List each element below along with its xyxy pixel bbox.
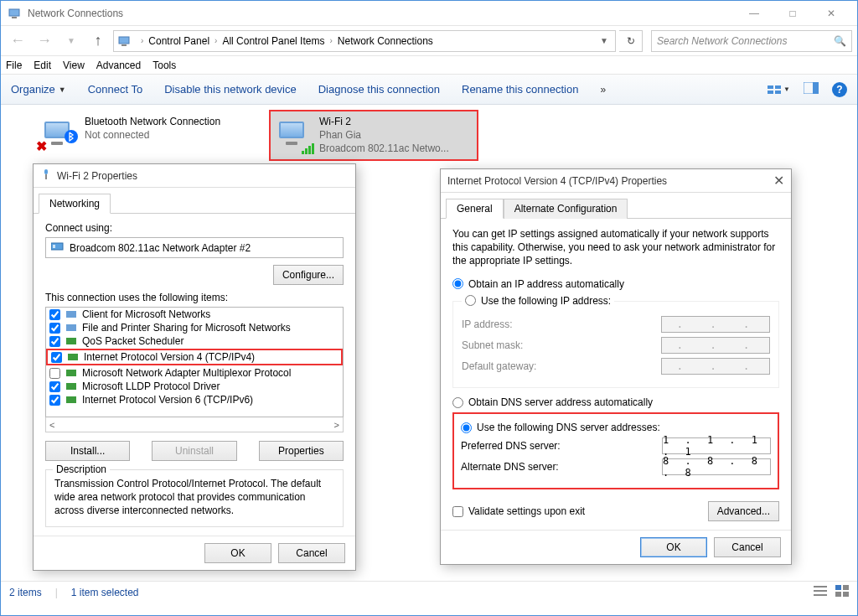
description-text: Transmission Control Protocol/Internet P… (54, 477, 334, 518)
tabstrip: General Alternate Configuration (441, 193, 791, 219)
ip-address-input: . . . (661, 316, 770, 333)
breadcrumb-item[interactable]: Network Connections (338, 35, 433, 47)
svg-rect-6 (768, 91, 773, 94)
menu-edit[interactable]: Edit (34, 60, 51, 71)
configure-button[interactable]: Configure... (273, 265, 344, 285)
description-groupbox: Description Transmission Control Protoco… (45, 469, 344, 527)
preferred-dns-label: Preferred DNS server: (461, 440, 662, 452)
alternate-dns-label: Alternate DNS server: (461, 461, 662, 473)
list-item[interactable]: QoS Packet Scheduler (46, 334, 343, 348)
tab-networking[interactable]: Networking (39, 194, 111, 214)
tab-general[interactable]: General (446, 199, 504, 219)
menu-view[interactable]: View (63, 60, 85, 71)
breadcrumb[interactable]: › Control Panel › All Control Panel Item… (113, 30, 616, 52)
close-button[interactable]: ✕ (812, 1, 850, 26)
item-checkbox[interactable] (49, 395, 60, 406)
connect-using-label: Connect using: (45, 222, 344, 234)
radio-auto-ip-label: Obtain an IP address automatically (468, 278, 624, 290)
scroll-right-icon[interactable]: > (334, 420, 339, 430)
item-checkbox[interactable] (49, 368, 60, 379)
adapter-item-bluetooth[interactable]: ✖ Bluetooth Network Connection Not conne… (34, 110, 244, 161)
radio-auto-ip-row[interactable]: Obtain an IP address automatically (452, 278, 779, 290)
menu-advanced[interactable]: Advanced (96, 60, 141, 71)
item-checkbox[interactable] (49, 336, 60, 347)
back-button[interactable]: ← (6, 29, 29, 53)
breadcrumb-item[interactable]: Control Panel (148, 35, 209, 47)
item-properties-button[interactable]: Properties (259, 441, 344, 461)
dns-section-highlight: Use the following DNS server addresses: … (452, 412, 779, 489)
organize-menu[interactable]: Organize ▼ (11, 83, 66, 96)
list-item-ipv4[interactable]: Internet Protocol Version 4 (TCP/IPv4) (46, 349, 343, 365)
menu-file[interactable]: File (6, 60, 22, 71)
list-item[interactable]: Client for Microsoft Networks (46, 308, 343, 321)
adapter-icon (274, 115, 311, 152)
ok-button[interactable]: OK (204, 543, 271, 563)
radio-static-ip[interactable] (465, 295, 476, 306)
radio-auto-dns-row[interactable]: Obtain DNS server address automatically (452, 396, 779, 408)
search-input[interactable]: Search Network Connections 🔍 (651, 30, 852, 52)
svg-rect-4 (768, 85, 773, 89)
dialog-titlebar[interactable]: Wi-Fi 2 Properties (34, 164, 355, 188)
adapter-name: Wi-Fi 2 (319, 115, 449, 128)
advanced-button[interactable]: Advanced... (708, 501, 779, 521)
preview-pane-icon[interactable] (804, 82, 819, 96)
window-titlebar: Network Connections ― □ ✕ (1, 1, 857, 26)
search-icon[interactable]: 🔍 (834, 35, 846, 47)
adapter-name-value: Broadcom 802.11ac Network Adapter #2 (70, 242, 251, 254)
svg-rect-27 (843, 592, 849, 597)
list-item[interactable]: Internet Protocol Version 6 (TCP/IPv6) (46, 393, 343, 406)
scroll-left-icon[interactable]: < (49, 420, 54, 430)
tab-alternate[interactable]: Alternate Configuration (504, 199, 628, 219)
forward-button[interactable]: → (33, 29, 56, 53)
maximize-button[interactable]: □ (773, 1, 812, 26)
adapter-item-wifi[interactable]: Wi-Fi 2 Phan Gia Broadcom 802.11ac Netwo… (269, 110, 478, 161)
radio-auto-dns[interactable] (452, 397, 463, 408)
recent-dropdown[interactable]: ▼ (59, 29, 83, 53)
breadcrumb-caret-icon[interactable]: ▼ (600, 36, 612, 45)
view-options-icon[interactable]: ▼ (768, 84, 790, 96)
protocol-icon (65, 335, 77, 347)
status-items-count: 2 items (9, 587, 42, 598)
help-icon[interactable]: ? (832, 82, 847, 97)
radio-static-dns-row[interactable]: Use the following DNS server addresses: (461, 422, 771, 433)
cmd-rename[interactable]: Rename this connection (462, 83, 578, 96)
cmd-connect-to[interactable]: Connect To (88, 83, 143, 96)
view-large-icons-icon[interactable] (835, 585, 849, 599)
radio-static-ip-label: Use the following IP address: (481, 295, 611, 307)
minimize-button[interactable]: ― (735, 1, 773, 26)
cmd-diagnose[interactable]: Diagnose this connection (318, 83, 440, 96)
menu-tools[interactable]: Tools (152, 60, 176, 71)
window-title: Network Connections (28, 8, 123, 19)
protocol-listbox[interactable]: Client for Microsoft Networks File and P… (45, 307, 344, 417)
svg-rect-14 (66, 311, 76, 318)
cmd-overflow[interactable]: » (600, 84, 606, 96)
scrollbar-horizontal[interactable]: < > (45, 417, 344, 432)
refresh-button[interactable]: ↻ (619, 30, 643, 52)
list-item[interactable]: Microsoft Network Adapter Multiplexor Pr… (46, 366, 343, 380)
item-checkbox[interactable] (49, 323, 60, 334)
item-checkbox[interactable] (49, 309, 60, 320)
protocol-icon (65, 380, 77, 392)
subnet-mask-input: . . . (661, 337, 770, 354)
ok-button[interactable]: OK (640, 537, 707, 557)
radio-auto-ip[interactable] (452, 278, 463, 289)
radio-static-dns[interactable] (461, 422, 472, 433)
svg-rect-25 (843, 585, 849, 590)
item-checkbox[interactable] (49, 381, 60, 392)
view-details-icon[interactable] (814, 585, 827, 599)
list-item[interactable]: Microsoft LLDP Protocol Driver (46, 380, 343, 393)
alternate-dns-input[interactable]: 8 . 8 . 8 . 8 (662, 458, 771, 475)
breadcrumb-item[interactable]: All Control Panel Items (222, 35, 324, 47)
dialog-titlebar[interactable]: Internet Protocol Version 4 (TCP/IPv4) P… (441, 169, 791, 193)
breadcrumb-icon (117, 34, 132, 49)
preferred-dns-input[interactable]: 1 . 1 . 1 . 1 (662, 437, 771, 454)
cancel-button[interactable]: Cancel (714, 537, 781, 557)
item-checkbox[interactable] (51, 352, 62, 363)
list-item[interactable]: File and Printer Sharing for Microsoft N… (46, 321, 343, 334)
cancel-button[interactable]: Cancel (278, 543, 345, 563)
up-button[interactable]: ↑ (86, 29, 110, 53)
install-button[interactable]: Install... (45, 441, 130, 461)
close-icon[interactable]: ✕ (773, 173, 784, 189)
cmd-disable-device[interactable]: Disable this network device (164, 83, 297, 96)
validate-checkbox[interactable] (452, 506, 463, 517)
